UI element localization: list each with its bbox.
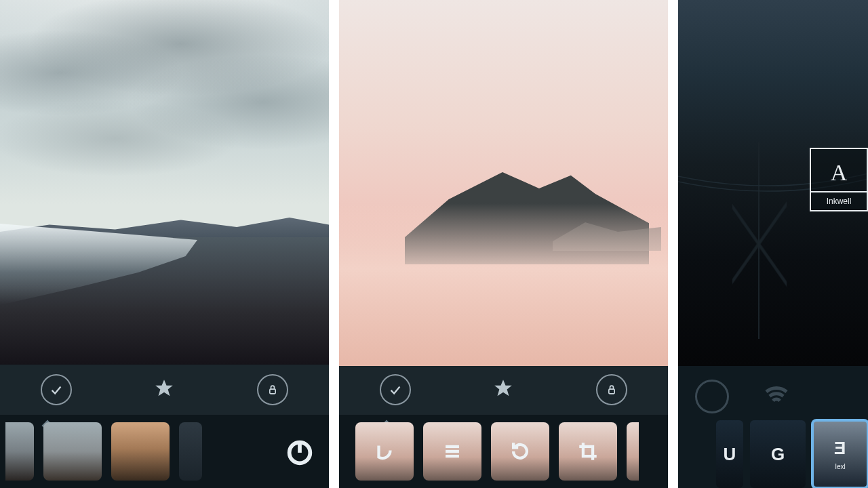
checkmark-icon [388, 382, 403, 397]
filter-label: Inkwell [811, 191, 867, 210]
tool-row [339, 365, 668, 415]
tool-strip[interactable] [339, 415, 668, 488]
photo-preview[interactable] [0, 0, 329, 365]
power-icon [284, 436, 315, 467]
photo-preview[interactable] [339, 0, 668, 365]
rotate-icon [509, 440, 532, 463]
contrast-icon: G [771, 444, 785, 465]
undo-icon [373, 440, 396, 463]
lock-icon [266, 383, 279, 396]
levels-icon [441, 440, 464, 463]
crop-icon [576, 440, 599, 463]
editor-panel-beach [0, 0, 329, 488]
undo-tool[interactable] [355, 422, 414, 481]
tool-thumb-overflow[interactable] [627, 422, 639, 481]
svg-rect-3 [609, 389, 614, 394]
lock-icon [605, 383, 618, 396]
filter-thumb[interactable]: U [716, 420, 743, 488]
filter-glyph: A [811, 149, 867, 191]
undo-icon: U [724, 444, 736, 465]
confirm-circle-button[interactable] [380, 374, 411, 405]
filter-card-inkwell[interactable]: A Inkwell [810, 148, 868, 211]
checkmark-icon [49, 382, 64, 397]
filter-thumb-selected[interactable]: E Iexl [812, 420, 868, 488]
svg-rect-0 [270, 389, 275, 394]
star-icon [153, 377, 176, 400]
editor-panel-fog [339, 0, 668, 488]
power-toggle-button[interactable] [276, 422, 323, 481]
filter-glyph-icon: E [834, 438, 846, 459]
filter-thumb-label: Iexl [835, 463, 846, 470]
confirm-circle-button[interactable] [41, 374, 72, 405]
preset-thumb[interactable] [43, 422, 102, 481]
lock-circle-button[interactable] [596, 374, 627, 405]
crop-tool[interactable] [559, 422, 617, 481]
rotate-tool[interactable] [491, 422, 549, 481]
preset-thumb[interactable] [111, 422, 170, 481]
preset-thumb[interactable] [179, 422, 202, 481]
tool-row [0, 365, 329, 415]
editor-panel-night: A Inkwell U G E Iexl [678, 0, 868, 488]
preset-thumb[interactable] [5, 422, 34, 481]
filter-thumb-strip[interactable]: U G E Iexl [716, 407, 868, 488]
filter-thumb[interactable]: G [750, 420, 806, 488]
preset-strip[interactable] [0, 415, 329, 488]
star-icon [492, 377, 515, 400]
favorite-button[interactable] [492, 377, 515, 403]
wifi-icon [763, 382, 790, 409]
fog-layer [339, 203, 668, 366]
lock-circle-button[interactable] [257, 374, 288, 405]
favorite-button[interactable] [153, 377, 176, 403]
levels-tool[interactable] [423, 422, 481, 481]
